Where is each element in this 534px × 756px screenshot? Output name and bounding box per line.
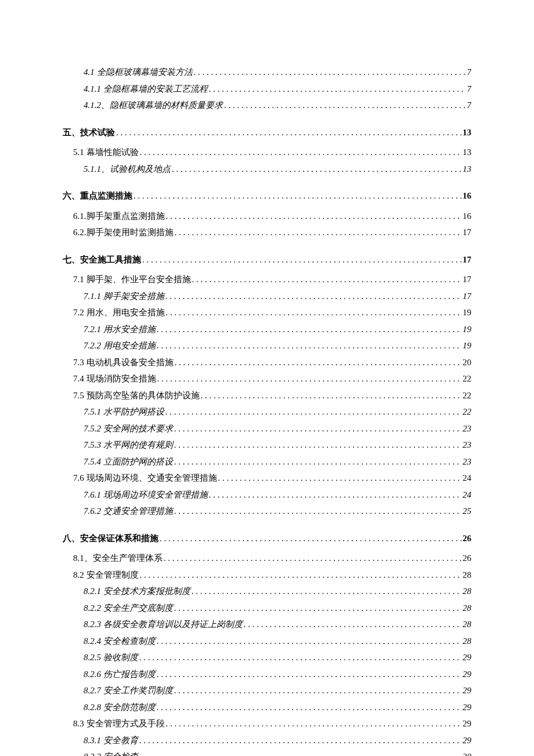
- toc-entry: 8.3.2 安全检查 . . . . . . . . . . . . . . .…: [84, 748, 471, 756]
- toc-entry-title: 5.1 幕墙性能试验: [73, 144, 139, 161]
- toc-entry-title: 8.2.3 各级安全教育培训以及持证上岗制度: [84, 616, 243, 633]
- toc-entry-title: 8.2.8 安全防范制度: [84, 699, 156, 716]
- toc-entry-page: 22: [463, 387, 471, 404]
- toc-entry: 8.3 安全管理方式及手段 . . . . . . . . . . . . . …: [73, 715, 471, 732]
- toc-entry-title: 7.2 用水、用电安全措施: [73, 304, 165, 321]
- toc-entry-title: 7.6.2 交通安全管理措施: [84, 503, 173, 520]
- toc-leader-dots: . . . . . . . . . . . . . . . . . . . . …: [166, 715, 462, 732]
- toc-leader-dots: . . . . . . . . . . . . . . . . . . . . …: [174, 503, 461, 520]
- toc-leader-dots: . . . . . . . . . . . . . . . . . . . . …: [140, 144, 462, 161]
- toc-entry-title: 5.1.1、试验机构及地点: [84, 161, 171, 178]
- toc-leader-dots: . . . . . . . . . . . . . . . . . . . . …: [174, 682, 461, 699]
- toc-entry-page: 20: [463, 354, 471, 371]
- toc-entry: 7.3 电动机具设备安全措施 . . . . . . . . . . . . .…: [73, 354, 471, 371]
- toc-entry: 7.2.1 用水安全措施 . . . . . . . . . . . . . .…: [84, 321, 471, 338]
- toc-leader-dots: . . . . . . . . . . . . . . . . . . . . …: [192, 271, 462, 288]
- toc-entry: 7.1.1 脚手架安全措施 . . . . . . . . . . . . . …: [84, 288, 471, 305]
- toc-leader-dots: . . . . . . . . . . . . . . . . . . . . …: [157, 699, 461, 716]
- toc-entry-title: 7.5.1 水平防护网搭设: [84, 404, 164, 420]
- toc-entry-title: 7.3 电动机具设备安全措施: [73, 354, 174, 371]
- toc-entry-page: 17: [463, 288, 471, 305]
- toc-entry: 7.5.3 水平网的使有规则 . . . . . . . . . . . . .…: [84, 437, 471, 453]
- toc-entry-page: 19: [463, 321, 471, 338]
- toc-entry: 4.1.1 全隐框幕墙的安装工艺流程 . . . . . . . . . . .…: [84, 81, 471, 98]
- toc-entry-page: 23: [463, 420, 471, 437]
- toc-entry: 8.2.1 安全技术方案报批制度 . . . . . . . . . . . .…: [84, 583, 471, 600]
- toc-leader-dots: . . . . . . . . . . . . . . . . . . . . …: [165, 404, 461, 420]
- toc-entry-page: 28: [463, 583, 471, 600]
- toc-entry-title: 8.3.2 安全检查: [84, 748, 138, 756]
- toc-entry: 8.1、安全生产管理体系 . . . . . . . . . . . . . .…: [73, 550, 471, 567]
- toc-entry-page: 13: [463, 124, 471, 141]
- toc-leader-dots: . . . . . . . . . . . . . . . . . . . . …: [174, 420, 461, 437]
- toc-entry-title: 7.5.2 安全网的技术要求: [84, 420, 173, 437]
- toc-entry-page: 7: [467, 81, 472, 98]
- toc-entry-page: 17: [463, 251, 471, 268]
- toc-entry-title: 八、安全保证体系和措施: [63, 530, 158, 547]
- toc-entry: 6.2.脚手架使用时监测措施 . . . . . . . . . . . . .…: [73, 224, 471, 241]
- toc-entry: 8.2 安全管理制度 . . . . . . . . . . . . . . .…: [73, 567, 471, 584]
- toc-entry-page: 22: [463, 370, 471, 387]
- toc-entry: 8.2.4 安全检查制度 . . . . . . . . . . . . . .…: [84, 633, 471, 650]
- toc-entry: 六、重点监测措施 . . . . . . . . . . . . . . . .…: [63, 188, 471, 204]
- toc-entry-title: 4.1.2、隐框玻璃幕墙的材料质量要求: [84, 97, 223, 114]
- toc-entry-title: 8.2.4 安全检查制度: [84, 633, 156, 650]
- toc-entry: 7.4 现场消防安全措施 . . . . . . . . . . . . . .…: [73, 370, 471, 387]
- toc-entry-title: 8.3.1 安全教育: [84, 732, 138, 749]
- toc-leader-dots: . . . . . . . . . . . . . . . . . . . . …: [201, 387, 462, 404]
- toc-leader-dots: . . . . . . . . . . . . . . . . . . . . …: [192, 583, 461, 600]
- toc-entry: 8.3.1 安全教育 . . . . . . . . . . . . . . .…: [84, 732, 471, 749]
- toc-entry-page: 30: [463, 748, 471, 756]
- toc-entry-title: 五、技术试验: [63, 124, 115, 141]
- toc-entry-page: 22: [463, 404, 471, 420]
- toc-entry-page: 19: [463, 304, 471, 321]
- toc-leader-dots: . . . . . . . . . . . . . . . . . . . . …: [174, 600, 461, 617]
- toc-entry: 8.2.7 安全工作奖罚制度 . . . . . . . . . . . . .…: [84, 682, 471, 699]
- toc-entry-title: 7.5.4 立面防护网的搭设: [84, 453, 173, 470]
- toc-entry-title: 七、安全施工具措施: [63, 251, 141, 268]
- toc-entry-page: 29: [463, 666, 471, 683]
- toc-entry-page: 29: [463, 699, 471, 716]
- toc-entry-title: 7.6 现场周边环境、交通安全管理措施: [73, 470, 217, 487]
- toc-entry: 7.6 现场周边环境、交通安全管理措施 . . . . . . . . . . …: [73, 470, 471, 487]
- toc-entry: 4.1.2、隐框玻璃幕墙的材料质量要求 . . . . . . . . . . …: [84, 97, 471, 114]
- toc-entry-page: 24: [463, 487, 471, 503]
- toc-entry: 5.1.1、试验机构及地点 . . . . . . . . . . . . . …: [84, 161, 471, 178]
- toc-entry-title: 7.5.3 水平网的使有规则: [84, 437, 173, 453]
- toc-leader-dots: . . . . . . . . . . . . . . . . . . . . …: [166, 208, 462, 225]
- toc-entry-title: 8.2.7 安全工作奖罚制度: [84, 682, 173, 699]
- toc-entry-page: 16: [463, 208, 471, 225]
- toc-entry: 8.2.8 安全防范制度 . . . . . . . . . . . . . .…: [84, 699, 471, 716]
- toc-leader-dots: . . . . . . . . . . . . . . . . . . . . …: [157, 370, 462, 387]
- toc-entry-title: 7.1 脚手架、作业平台安全措施: [73, 271, 191, 288]
- toc-leader-dots: . . . . . . . . . . . . . . . . . . . . …: [139, 649, 461, 666]
- toc-entry-page: 7: [467, 64, 472, 81]
- toc-entry: 7.2 用水、用电安全措施 . . . . . . . . . . . . . …: [73, 304, 471, 321]
- toc-leader-dots: . . . . . . . . . . . . . . . . . . . . …: [166, 304, 462, 321]
- toc-entry: 8.2.2 安全生产交底制度 . . . . . . . . . . . . .…: [84, 600, 471, 617]
- toc-entry-title: 6.1.脚手架重点监测措施: [73, 208, 165, 225]
- toc-leader-dots: . . . . . . . . . . . . . . . . . . . . …: [139, 748, 461, 756]
- toc-entry-page: 19: [463, 337, 471, 354]
- toc-entry-title: 8.2.1 安全技术方案报批制度: [84, 583, 190, 600]
- toc-entry: 7.1 脚手架、作业平台安全措施 . . . . . . . . . . . .…: [73, 271, 471, 288]
- document-page: 4.1 全隐框玻璃幕墙安装方法 . . . . . . . . . . . . …: [0, 0, 534, 756]
- toc-entry-title: 8.3 安全管理方式及手段: [73, 715, 165, 732]
- toc-entry-title: 8.2.2 安全生产交底制度: [84, 600, 173, 617]
- toc-entry-title: 7.2.2 用电安全措施: [84, 337, 156, 354]
- toc-leader-dots: . . . . . . . . . . . . . . . . . . . . …: [172, 161, 461, 178]
- toc-entry: 五、技术试验 . . . . . . . . . . . . . . . . .…: [63, 124, 471, 141]
- toc-leader-dots: . . . . . . . . . . . . . . . . . . . . …: [218, 470, 462, 487]
- toc-entry-title: 7.2.1 用水安全措施: [84, 321, 156, 338]
- toc-entry: 8.2.3 各级安全教育培训以及持证上岗制度 . . . . . . . . .…: [84, 616, 471, 633]
- toc-entry-title: 8.2.6 伤亡报告制度: [84, 666, 156, 683]
- toc-leader-dots: . . . . . . . . . . . . . . . . . . . . …: [244, 616, 461, 633]
- toc-leader-dots: . . . . . . . . . . . . . . . . . . . . …: [134, 188, 461, 204]
- toc-entry-page: 29: [463, 682, 471, 699]
- table-of-contents: 4.1 全隐框玻璃幕墙安装方法 . . . . . . . . . . . . …: [63, 64, 471, 756]
- toc-leader-dots: . . . . . . . . . . . . . . . . . . . . …: [139, 732, 461, 749]
- toc-entry-page: 28: [463, 567, 471, 584]
- toc-entry: 7.5 预防高空坠落的具体防护设施 . . . . . . . . . . . …: [73, 387, 471, 404]
- toc-entry-title: 4.1 全隐框玻璃幕墙安装方法: [84, 64, 193, 81]
- toc-entry-title: 六、重点监测措施: [63, 188, 132, 204]
